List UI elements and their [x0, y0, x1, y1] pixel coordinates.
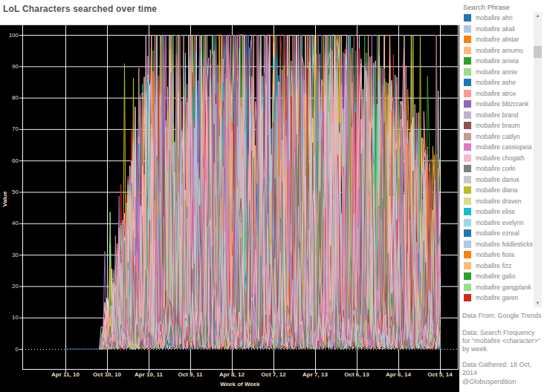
y-tick-label: 20 — [12, 283, 19, 290]
legend-item-label: mobafire corki — [476, 165, 515, 172]
legend-item[interactable]: mobafire corki — [464, 164, 515, 174]
x-tick-label: Apr 7, 13 — [302, 371, 328, 378]
legend-item-label: mobafire fizz — [476, 262, 511, 270]
legend-item[interactable]: mobafire anivia — [464, 56, 519, 66]
legend-item-label: mobafire anivia — [476, 57, 519, 65]
legend-item[interactable]: mobafire gangplank — [464, 282, 531, 292]
x-tick-label: Apr 6, 14 — [386, 371, 411, 378]
x-tick-label: Oct 5, 14 — [427, 371, 453, 378]
legend-item[interactable]: mobafire ahri — [464, 13, 513, 23]
legend-item-label: mobafire caitlyn — [476, 133, 520, 140]
data-source-note: Data From: Google Trends — [462, 312, 541, 320]
legend-item[interactable]: mobafire fizz — [464, 261, 511, 270]
legend-item-label: mobafire atrox — [476, 90, 516, 97]
y-tick-label: 50 — [12, 189, 19, 195]
legend-item[interactable]: mobafire brand — [464, 110, 518, 120]
x-tick-label: Oct 7, 12 — [261, 371, 286, 378]
legend-swatch — [464, 47, 471, 54]
scroll-up-icon[interactable]: ▲ — [534, 12, 542, 20]
legend-swatch — [464, 241, 471, 248]
legend-item-label: mobafire diana — [476, 186, 517, 194]
page-title: LoL Characters searched over time — [3, 4, 157, 14]
data-description-note: Data: Search Frequency for "mobafire <ch… — [462, 329, 541, 353]
scroll-down-icon[interactable]: ▼ — [534, 299, 542, 307]
y-tick-label: 0 — [16, 346, 19, 353]
legend-swatch — [464, 197, 471, 205]
legend-swatch — [464, 284, 471, 291]
x-tick-label: Oct 10, 10 — [93, 371, 121, 378]
legend-item[interactable]: mobafire amumu — [464, 45, 523, 55]
legend-scrollbar[interactable]: ▲ ▼ — [534, 12, 542, 307]
legend-swatch — [464, 176, 471, 183]
x-tick-label: Oct 6, 13 — [344, 371, 369, 378]
legend-swatch — [464, 143, 471, 151]
legend-item[interactable]: mobafire draven — [464, 196, 521, 206]
legend-item-label: mobafire elise — [476, 208, 515, 215]
y-axis-title: Value — [1, 191, 8, 206]
legend-swatch — [464, 111, 471, 119]
chart-plot-area[interactable]: 0102030405060708090100Apr 11, 10Oct 10, … — [0, 24, 459, 392]
legend-item-label: mobafire evelynn — [476, 219, 524, 226]
legend-item[interactable]: mobafire garen — [464, 293, 518, 303]
scrollbar-thumb[interactable] — [534, 46, 542, 58]
x-tick-label: Apr 11, 10 — [51, 371, 80, 378]
legend-item[interactable]: mobafire darius — [464, 174, 520, 184]
legend-swatch — [464, 36, 471, 43]
legend-swatch — [464, 219, 471, 226]
legend-item-label: mobafire garen — [476, 294, 518, 301]
legend-item-label: mobafire blitzcrank — [476, 100, 528, 108]
legend-item-label: mobafire ashe — [476, 79, 516, 86]
author-handle: @Globusperdition — [462, 378, 541, 386]
legend-swatch — [464, 79, 471, 86]
legend-swatch — [464, 186, 471, 194]
x-axis-title: Week of Week — [220, 381, 260, 388]
y-tick-label: 90 — [12, 63, 19, 70]
legend-item[interactable]: mobafire fiddlesticks — [464, 239, 533, 249]
y-tick-label: 70 — [12, 125, 19, 132]
y-tick-label: 10 — [12, 314, 19, 321]
x-tick-label: Apr 10, 11 — [135, 371, 163, 378]
legend-item[interactable]: mobafire alistar — [464, 35, 519, 45]
legend-item-label: mobafire fiora — [476, 251, 514, 258]
y-tick-label: 30 — [12, 252, 19, 258]
y-tick-label: 80 — [12, 94, 19, 101]
legend-item[interactable]: mobafire braum — [464, 121, 520, 131]
x-tick-label: Apr 8, 12 — [219, 371, 245, 378]
legend-swatch — [464, 122, 471, 129]
legend-item-label: mobafire braum — [476, 122, 520, 129]
legend-item[interactable]: mobafire akali — [464, 24, 515, 33]
legend-item[interactable]: mobafire diana — [464, 186, 517, 195]
legend-item[interactable]: mobafire ezreal — [464, 229, 520, 238]
legend-swatch — [464, 25, 471, 33]
x-tick-label: Oct 9, 11 — [178, 371, 203, 378]
legend-swatch — [464, 100, 471, 108]
legend-item-label: mobafire fiddlesticks — [476, 241, 533, 248]
legend-item-label: mobafire annie — [476, 68, 517, 76]
legend-item[interactable]: mobafire atrox — [464, 88, 516, 98]
legend-item[interactable]: mobafire cassiopeia — [464, 143, 532, 152]
legend-item-label: mobafire cassiopeia — [476, 143, 532, 151]
legend-item-label: mobafire brand — [476, 111, 518, 119]
tableau-dashboard: LoL Characters searched over time 010203… — [0, 0, 547, 392]
legend-item[interactable]: mobafire caitlyn — [464, 131, 520, 141]
legend-swatch — [464, 262, 471, 270]
legend-swatch — [464, 68, 471, 76]
legend-item-label: mobafire amumu — [476, 47, 523, 54]
legend-item-label: mobafire gangplank — [476, 284, 531, 291]
legend-item-label: mobafire darius — [476, 176, 520, 183]
data-gathered-note: Data Gathered: 18 Oct, 2014 — [462, 361, 537, 377]
y-tick-label: 60 — [12, 157, 19, 164]
legend-item-label: mobafire chogath — [476, 154, 525, 162]
chart-area: 0102030405060708090100Apr 11, 10Oct 10, … — [0, 24, 459, 392]
legend-item[interactable]: mobafire elise — [464, 207, 515, 217]
legend-item[interactable]: mobafire fiora — [464, 250, 514, 260]
legend-item-label: mobafire ezreal — [476, 229, 520, 237]
legend-item-label: mobafire alistar — [476, 36, 519, 43]
legend-swatch — [464, 133, 471, 140]
legend-item[interactable]: mobafire evelynn — [464, 218, 524, 227]
legend-item[interactable]: mobafire blitzcrank — [464, 99, 528, 109]
legend-item[interactable]: mobafire galio — [464, 272, 515, 281]
legend-item[interactable]: mobafire annie — [464, 67, 517, 76]
legend-item[interactable]: mobafire ashe — [464, 78, 516, 88]
legend-item[interactable]: mobafire chogath — [464, 153, 525, 163]
